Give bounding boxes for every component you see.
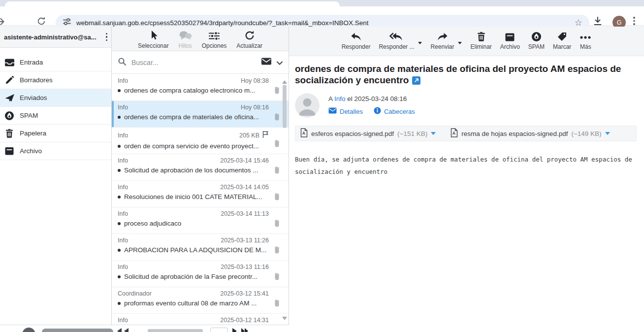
account-header: asistente-administrativo@sa... — [0, 27, 111, 48]
row-date: 2025-03-13 11:26 — [221, 237, 269, 244]
table-row[interactable]: Info2025-03-12 14:31 — [112, 314, 289, 325]
attachment-menu-caret-icon[interactable] — [605, 132, 610, 137]
search-icon — [118, 57, 127, 68]
search-bar — [112, 51, 289, 74]
footer-count-text — [148, 329, 203, 332]
message-header: A Info el 2025-03-24 08:16 Detalles Cabe… — [295, 93, 637, 118]
sidebar-item-enviados[interactable]: Enviados — [0, 89, 111, 107]
sidebar-item-borradores[interactable]: Borradores — [0, 71, 111, 89]
table-row-selected[interactable]: InfoHoy 08:16 ordenes de compra de mater… — [112, 101, 289, 128]
table-row[interactable]: Info2025-03-13 11:16 Solicitud de aproba… — [112, 261, 289, 287]
paperclip-icon — [273, 246, 281, 256]
search-input[interactable] — [131, 59, 256, 66]
reply-button[interactable]: Responder — [342, 31, 371, 50]
envelope-icon — [328, 107, 337, 115]
row-sender: Info — [118, 237, 128, 244]
active-tab[interactable] — [5, 1, 340, 6]
headers-toggle[interactable]: Cabeceras — [374, 107, 415, 116]
sidebar-item-archivo[interactable]: Archivo — [0, 142, 111, 160]
from-line: A Info el 2025-03-24 08:16 — [328, 95, 415, 102]
row-sender: Info — [118, 317, 128, 324]
flag-icon — [262, 131, 269, 140]
table-row[interactable]: InfoHoy 08:38 ordenes de compra catalogo… — [112, 74, 289, 101]
select-button[interactable]: Seleccionar — [138, 30, 169, 49]
mark-button[interactable]: Marcar — [553, 31, 571, 50]
row-sender: Info — [118, 77, 128, 84]
table-row[interactable]: Coordinador2025-03-12 15:41 proformas ev… — [112, 287, 289, 314]
scroll-down-icon[interactable] — [282, 317, 287, 323]
reply-all-button[interactable]: Responder ... — [379, 31, 414, 50]
sidebar-item-label: Enviados — [20, 94, 47, 101]
unread-dot — [118, 196, 121, 199]
table-row[interactable]: Info2025-03-14 11:13 proceso adjudicaco — [112, 207, 289, 234]
footer-next-page-icon[interactable] — [232, 328, 237, 332]
scrollbar-thumb[interactable] — [283, 85, 287, 128]
message-list-column: Seleccionar Hilos Opciones Actualizar — [112, 27, 289, 332]
row-subject: ordenes de compra catalogo electronico m… — [124, 87, 255, 94]
unread-dot — [118, 116, 121, 119]
account-menu-icon[interactable] — [106, 33, 108, 41]
reply-all-caret-icon[interactable] — [418, 42, 422, 46]
tag-icon — [557, 31, 567, 42]
trash-icon — [477, 31, 486, 42]
sidebar-item-label: Borradores — [20, 76, 53, 84]
message-view-column: Responder Responder ... Reenviar — [289, 27, 644, 332]
table-row[interactable]: Info2025-03-13 11:26 APROBACION PARA LA … — [112, 234, 289, 261]
spam-button[interactable]: SPAM — [528, 31, 545, 50]
row-date: Hoy 08:16 — [241, 104, 269, 111]
footer-page-input[interactable] — [210, 328, 228, 332]
refresh-button[interactable]: Actualizar — [236, 30, 262, 49]
unread-dot — [118, 302, 121, 305]
message-body-area: ordenes de compra de materiales de ofici… — [289, 56, 644, 178]
paperclip-icon — [273, 139, 281, 150]
sidebar-item-label: Archivo — [20, 147, 42, 155]
reply-icon — [350, 31, 362, 42]
row-subject: Solicitud de aprobación de la Fase preco… — [124, 273, 258, 280]
footer-last-page-icon[interactable] — [241, 328, 248, 332]
attachment-item[interactable]: esferos espacios-signed.pdf (~151 KB) — [300, 128, 436, 139]
table-row[interactable]: Info 205 KB orden de compra servicio de … — [112, 128, 289, 154]
browser-menu-icon[interactable] — [633, 17, 635, 25]
row-subject: Resoluciones de inicio 001 CATE MATERIAL… — [124, 193, 262, 200]
options-button[interactable]: Opciones — [202, 30, 227, 49]
attachment-menu-caret-icon[interactable] — [431, 132, 436, 137]
url-text[interactable]: webmail.sanjuan.gob.ec/cpsess5203502794/… — [76, 19, 570, 27]
row-sender: Coordinador — [118, 290, 152, 297]
table-row[interactable]: Info2025-03-14 14:05 Resoluciones de ini… — [112, 181, 289, 207]
row-date: 2025-03-13 11:16 — [221, 264, 269, 270]
list-scrollbar[interactable] — [282, 76, 288, 325]
row-sender: Info — [118, 132, 128, 139]
row-date: 2025-03-14 15:46 — [220, 157, 269, 164]
row-date: 2025-03-14 14:05 — [220, 184, 269, 191]
envelope-scope-icon[interactable] — [261, 57, 272, 67]
scroll-up-icon[interactable] — [282, 78, 287, 84]
more-button[interactable]: Más — [580, 31, 591, 50]
forward-button[interactable]: Reenviar — [430, 31, 454, 50]
sidebar-item-entrada[interactable]: Entrada — [0, 54, 111, 71]
attachment-item[interactable]: resma de hojas espacios-signed.pdf (~149… — [451, 128, 610, 139]
footer-prev-page-icon[interactable] — [124, 328, 129, 332]
search-options-chevron-icon[interactable] — [277, 58, 283, 67]
footer-first-page-icon[interactable] — [117, 328, 122, 332]
email-body-text: Buen día, se adjunta ordenes de compra d… — [295, 153, 637, 178]
threads-button[interactable]: Hilos — [179, 30, 192, 49]
footer-settings-icon[interactable] — [22, 328, 35, 332]
refresh-icon — [244, 30, 255, 41]
archive-icon — [505, 31, 515, 42]
recipient-link[interactable]: Info — [334, 95, 346, 102]
sidebar-item-spam[interactable]: SPAM — [0, 107, 111, 125]
sidebar-item-papelera[interactable]: Papelera — [0, 125, 111, 142]
archive-button[interactable]: Archivo — [500, 31, 520, 50]
flame-icon — [4, 111, 15, 121]
details-toggle[interactable]: Detalles — [328, 107, 363, 115]
delete-button[interactable]: Eliminar — [470, 31, 491, 50]
row-sender: Info — [118, 264, 128, 270]
external-link-icon[interactable] — [412, 76, 420, 87]
forward-caret-icon[interactable] — [458, 42, 462, 46]
table-row[interactable]: Info2025-03-14 15:46 Solicitud de aproba… — [112, 154, 289, 181]
page-title: ordenes de compra de materiales de ofici… — [295, 63, 637, 87]
archive-icon — [4, 146, 15, 156]
row-subject: orden de compra servicio de evento proye… — [124, 142, 259, 150]
row-sender: Info — [118, 104, 128, 111]
unread-dot — [118, 89, 121, 92]
